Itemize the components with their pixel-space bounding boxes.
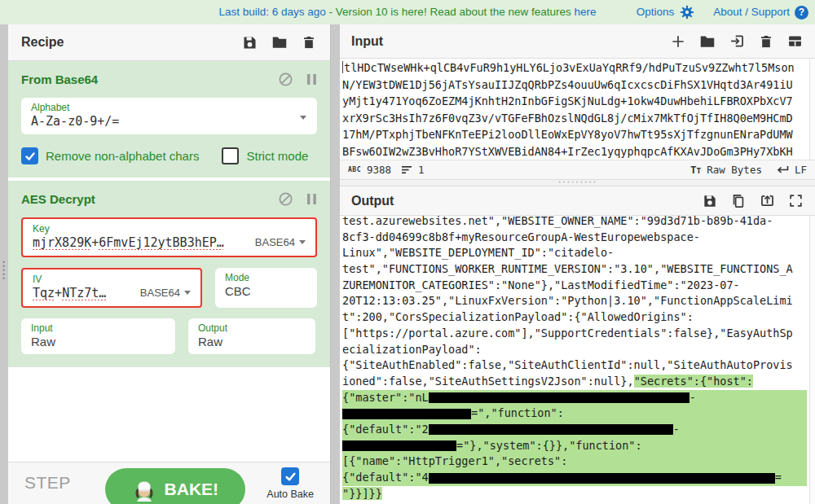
line-count-icon (402, 165, 412, 174)
eol-value[interactable]: LF (795, 164, 807, 176)
options-button[interactable]: Options (637, 0, 675, 24)
maximise-output-icon[interactable] (788, 193, 804, 208)
bake-button[interactable]: BAKE! (105, 468, 245, 504)
disable-operation-icon[interactable] (278, 191, 293, 207)
redaction-bar (429, 392, 689, 403)
window-left-gutter: ••••• (0, 24, 8, 504)
output-textarea[interactable]: test.azurewebsites.net","WEBSITE_OWNER_N… (340, 216, 815, 504)
operation-title: From Base64 (21, 72, 278, 86)
about-support-button[interactable]: About / Support (713, 0, 790, 24)
output-line: test","FUNCTIONS_WORKER_RUNTIME_VERSION"… (342, 261, 807, 278)
output-line: [{"name":"HttpTrigger1","secrets": (342, 454, 807, 470)
operation-title: AES Decrypt (21, 192, 278, 206)
alphabet-value: A-Za-z0-9+/= (31, 114, 307, 129)
open-recipe-folder-icon[interactable] (271, 33, 289, 51)
pause-breakpoint-icon[interactable] (306, 73, 317, 85)
io-splitter-handle[interactable]: ········· (340, 179, 815, 186)
alphabet-label: Alphabet (31, 102, 307, 113)
operation-aes-decrypt[interactable]: AES Decrypt Key mjrX829K+6FmvEj12ytBB3hE… (8, 181, 330, 367)
bake-button-label: BAKE! (165, 480, 219, 499)
input-title: Input (351, 34, 670, 49)
gear-icon[interactable] (679, 4, 695, 20)
input-line: 17hM/PTxphjTbeNFKnTeEPi2looDllEoWxEpVY8y… (342, 126, 807, 143)
output-line: ="},"system":{}},"function": (342, 438, 807, 454)
clear-recipe-trash-icon[interactable] (301, 34, 317, 50)
iv-value[interactable]: Tqz+NTz7t… (33, 286, 134, 300)
output-line: {"master":"nL- (342, 390, 807, 406)
open-input-icon[interactable] (729, 33, 746, 50)
output-line: {"default":"2- (342, 422, 807, 438)
open-input-folder-icon[interactable] (698, 33, 716, 50)
key-type-dropdown[interactable]: BASE64 (255, 236, 306, 248)
checkbox-unchecked-icon[interactable] (222, 147, 239, 164)
character-count: 9388 (367, 164, 391, 176)
input-scrollbar[interactable] (809, 59, 815, 160)
copy-output-icon[interactable] (730, 193, 747, 209)
output-type-value: Raw (198, 335, 306, 348)
input-type-value: Raw (31, 335, 165, 348)
chevron-down-icon (300, 116, 306, 120)
iv-type-dropdown[interactable]: BASE64 (140, 287, 191, 299)
output-line: 20T12:13:03.25","LinuxFxVersion":"Python… (342, 293, 807, 309)
line-count: 1 (418, 164, 425, 176)
output-line: Linux","WEBSITE_DEPLOYMENT_ID":"citadelo… (342, 245, 807, 261)
input-type-dropdown[interactable]: Input Raw (21, 318, 175, 354)
drag-handle-icon[interactable]: ••••• (2, 261, 5, 281)
input-line: xrX9rSc3HsIh7z6F0vqZ3v/vTGFeFBhOzslNQdGL… (342, 110, 807, 127)
mode-dropdown[interactable]: Mode CBC (215, 268, 317, 308)
mode-value: CBC (225, 284, 307, 298)
chevron-down-icon (184, 291, 191, 295)
chevron-down-icon (299, 240, 306, 244)
input-tab-layout-icon[interactable] (786, 33, 804, 50)
output-type-dropdown[interactable]: Output Raw (188, 318, 315, 354)
alphabet-dropdown[interactable]: Alphabet A-Za-z0-9+/= (21, 98, 317, 134)
auto-bake-checkbox[interactable] (281, 467, 299, 485)
input-line: tlHDcTWseWHk+qlCB4vFuR9h1yHLY6Ljo3vExUaY… (342, 59, 807, 77)
character-encoding-value[interactable]: Raw Bytes (707, 164, 762, 176)
operation-from-base64[interactable]: From Base64 Alphabet A-Za-z0-9+/= (8, 61, 330, 177)
pause-breakpoint-icon[interactable] (306, 193, 317, 205)
auto-bake-control[interactable]: Auto Bake (267, 467, 314, 500)
input-line: yMjt1y471Yoq6ZoEZM4jKnhtH2nInbGFigSKjNuL… (342, 93, 807, 110)
help-icon[interactable]: ? (795, 6, 808, 20)
key-value[interactable]: mjrX829K+6FmvEj12ytBB3hEP… (33, 235, 249, 250)
output-line: t":200,"CorsSpecializationPayload":{"All… (342, 309, 807, 326)
clear-input-trash-icon[interactable] (758, 33, 774, 50)
chef-icon (132, 477, 156, 502)
output-line: {"SiteAuthEnabled":false,"SiteAuthClient… (342, 357, 807, 374)
iv-label: IV (33, 274, 191, 285)
key-field[interactable]: Key mjrX829K+6FmvEj12ytBB3hEP… BASE64 (21, 217, 317, 257)
io-panel: Input tlHDcTWseWHk+qlCB4vFuR9h1yHLY6Ljo3… (340, 24, 815, 504)
output-type-label: Output (198, 322, 306, 334)
disable-operation-icon[interactable] (278, 72, 293, 87)
character-encoding-icon[interactable]: TT (690, 164, 701, 176)
add-input-icon[interactable] (670, 33, 686, 50)
recipe-operation-list: From Base64 Alphabet A-Za-z0-9+/= (8, 61, 330, 462)
eol-return-icon[interactable] (777, 165, 789, 174)
checkbox-label: Strict mode (246, 149, 308, 163)
checkbox-checked-icon[interactable] (21, 147, 38, 164)
input-textarea[interactable]: tlHDcTWseWHk+qlCB4vFuR9h1yHLY6Ljo3vExUaY… (340, 59, 815, 160)
output-header: Output (340, 186, 815, 216)
output-line: {"default":"4= (342, 470, 807, 486)
output-scrollbar[interactable] (809, 216, 815, 504)
save-recipe-icon[interactable] (241, 34, 258, 51)
output-line: ZUREMONITOR_CATEGORIES":"None"},"LastMod… (342, 278, 807, 294)
strict-mode-checkbox[interactable]: Strict mode (222, 147, 308, 164)
step-button[interactable]: STEP (24, 473, 71, 493)
iv-field[interactable]: IV Tqz+NTz7t… BASE64 (21, 268, 202, 308)
output-line: ["https://portal.azure.com"],"SupportCre… (342, 326, 807, 342)
output-line: "}}]}} (342, 486, 807, 502)
auto-bake-label: Auto Bake (267, 489, 314, 500)
checkbox-label: Remove non-alphabet chars (46, 149, 199, 163)
recipe-panel: Recipe From Base64 (8, 24, 331, 504)
output-line: 8cf3-dd04699c8b8f+myResourceGroupA-WestE… (342, 230, 807, 246)
redaction-bar (342, 409, 471, 419)
new-features-link[interactable]: here (575, 6, 597, 18)
open-output-in-new-tab-icon[interactable] (759, 192, 776, 209)
redaction-bar (342, 440, 456, 451)
bake-controls-bar: STEP BAKE! Auto Bake (8, 462, 330, 504)
last-build-text: Last build: 6 days ago (218, 6, 325, 18)
save-output-icon[interactable] (702, 193, 718, 209)
remove-non-alphabet-checkbox[interactable]: Remove non-alphabet chars (21, 147, 199, 164)
